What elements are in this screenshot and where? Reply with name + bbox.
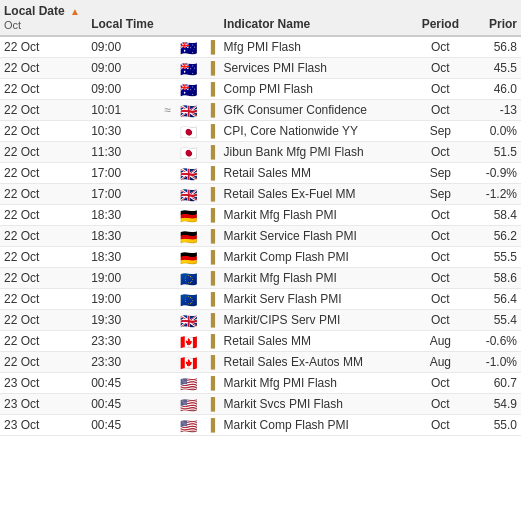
table-row[interactable]: 22 Oct18:30🇩🇪▐Markit Comp Flash PMIOct55… <box>0 247 521 268</box>
table-row[interactable]: 22 Oct23:30🇨🇦▐Retail Sales MMAug-0.6% <box>0 331 521 352</box>
chart-col-header <box>202 0 219 36</box>
table-row[interactable]: 23 Oct00:45🇺🇸▐Markit Mfg PMI FlashOct60.… <box>0 373 521 394</box>
cell-date: 22 Oct <box>0 247 87 268</box>
table-row[interactable]: 22 Oct17:00🇬🇧▐Retail Sales MMSep-0.9% <box>0 163 521 184</box>
cell-flag: 🇩🇪 <box>175 226 202 247</box>
cell-chart-icon[interactable]: ▐ <box>202 142 219 163</box>
cell-chart-icon[interactable]: ▐ <box>202 373 219 394</box>
cell-prior-value: 56.8 <box>464 36 521 58</box>
table-row[interactable]: 22 Oct17:00🇬🇧▐Retail Sales Ex-Fuel MMSep… <box>0 184 521 205</box>
cell-period: Aug <box>417 352 464 373</box>
table-row[interactable]: 22 Oct18:30🇩🇪▐Markit Service Flash PMIOc… <box>0 226 521 247</box>
cell-flag: 🇬🇧 <box>175 100 202 121</box>
cell-prior-value: -13 <box>464 100 521 121</box>
cell-approx <box>160 79 175 100</box>
table-row[interactable]: 22 Oct19:00🇪🇺▐Markit Mfg Flash PMIOct58.… <box>0 268 521 289</box>
cell-time: 18:30 <box>87 205 160 226</box>
cell-time: 00:45 <box>87 373 160 394</box>
country-flag-icon: 🇪🇺 <box>180 294 198 306</box>
cell-approx <box>160 331 175 352</box>
table-row[interactable]: 23 Oct00:45🇺🇸▐Markit Comp Flash PMIOct55… <box>0 415 521 436</box>
cell-date: 22 Oct <box>0 205 87 226</box>
cell-chart-icon[interactable]: ▐ <box>202 289 219 310</box>
table-row[interactable]: 22 Oct10:30🇯🇵▐CPI, Core Nationwide YYSep… <box>0 121 521 142</box>
cell-chart-icon[interactable]: ▐ <box>202 247 219 268</box>
cell-prior-value: 58.6 <box>464 268 521 289</box>
cell-indicator-name: Services PMI Flash <box>220 58 417 79</box>
cell-chart-icon[interactable]: ▐ <box>202 352 219 373</box>
cell-prior-value: -0.6% <box>464 331 521 352</box>
table-row[interactable]: 23 Oct00:45🇺🇸▐Markit Svcs PMI FlashOct54… <box>0 394 521 415</box>
cell-chart-icon[interactable]: ▐ <box>202 184 219 205</box>
cell-prior-value: 56.4 <box>464 289 521 310</box>
cell-chart-icon[interactable]: ▐ <box>202 205 219 226</box>
cell-period: Sep <box>417 163 464 184</box>
cell-date: 22 Oct <box>0 310 87 331</box>
local-date-header[interactable]: Local Date ▲ Oct <box>0 0 87 36</box>
cell-prior-value: 56.2 <box>464 226 521 247</box>
country-flag-icon: 🇯🇵 <box>180 126 198 138</box>
cell-period: Oct <box>417 373 464 394</box>
cell-prior-value: 60.7 <box>464 373 521 394</box>
cell-chart-icon[interactable]: ▐ <box>202 100 219 121</box>
cell-prior-value: -1.2% <box>464 184 521 205</box>
cell-date: 22 Oct <box>0 289 87 310</box>
cell-chart-icon[interactable]: ▐ <box>202 394 219 415</box>
cell-prior-value: 51.5 <box>464 142 521 163</box>
cell-date: 22 Oct <box>0 268 87 289</box>
local-date-text: Local Date <box>4 4 65 18</box>
cell-chart-icon[interactable]: ▐ <box>202 163 219 184</box>
table-row[interactable]: 22 Oct10:01≈🇬🇧▐GfK Consumer ConfidenceOc… <box>0 100 521 121</box>
cell-chart-icon[interactable]: ▐ <box>202 310 219 331</box>
table-row[interactable]: 22 Oct09:00🇦🇺▐Services PMI FlashOct45.5 <box>0 58 521 79</box>
cell-chart-icon[interactable]: ▐ <box>202 331 219 352</box>
country-flag-icon: 🇪🇺 <box>180 273 198 285</box>
table-row[interactable]: 22 Oct19:30🇬🇧▐Markit/CIPS Serv PMIOct55.… <box>0 310 521 331</box>
cell-prior-value: 0.0% <box>464 121 521 142</box>
country-flag-icon: 🇬🇧 <box>180 105 198 117</box>
table-row[interactable]: 22 Oct09:00🇦🇺▐Comp PMI FlashOct46.0 <box>0 79 521 100</box>
cell-date: 22 Oct <box>0 58 87 79</box>
bar-chart-icon: ▐ <box>207 292 216 306</box>
cell-indicator-name: Markit/CIPS Serv PMI <box>220 310 417 331</box>
cell-flag: 🇬🇧 <box>175 310 202 331</box>
cell-chart-icon[interactable]: ▐ <box>202 36 219 58</box>
cell-time: 11:30 <box>87 142 160 163</box>
country-flag-icon: 🇬🇧 <box>180 315 198 327</box>
cell-chart-icon[interactable]: ▐ <box>202 79 219 100</box>
cell-chart-icon[interactable]: ▐ <box>202 415 219 436</box>
bar-chart-icon: ▐ <box>207 82 216 96</box>
cell-prior-value: -0.9% <box>464 163 521 184</box>
cell-date: 23 Oct <box>0 415 87 436</box>
cell-indicator-name: Markit Mfg Flash PMI <box>220 268 417 289</box>
table-row[interactable]: 22 Oct09:00🇦🇺▐Mfg PMI FlashOct56.8 <box>0 36 521 58</box>
cell-date: 22 Oct <box>0 142 87 163</box>
cell-approx <box>160 268 175 289</box>
cell-time: 19:00 <box>87 289 160 310</box>
table-row[interactable]: 22 Oct11:30🇯🇵▐Jibun Bank Mfg PMI FlashOc… <box>0 142 521 163</box>
cell-chart-icon[interactable]: ▐ <box>202 121 219 142</box>
prior-header: Prior <box>464 0 521 36</box>
cell-chart-icon[interactable]: ▐ <box>202 226 219 247</box>
cell-flag: 🇦🇺 <box>175 79 202 100</box>
bar-chart-icon: ▐ <box>207 250 216 264</box>
cell-indicator-name: Markit Mfg Flash PMI <box>220 205 417 226</box>
cell-time: 19:00 <box>87 268 160 289</box>
cell-date: 22 Oct <box>0 163 87 184</box>
cell-chart-icon[interactable]: ▐ <box>202 268 219 289</box>
table-row[interactable]: 22 Oct19:00🇪🇺▐Markit Serv Flash PMIOct56… <box>0 289 521 310</box>
cell-chart-icon[interactable]: ▐ <box>202 58 219 79</box>
bar-chart-icon: ▐ <box>207 61 216 75</box>
cell-flag: 🇯🇵 <box>175 142 202 163</box>
cell-period: Oct <box>417 58 464 79</box>
cell-period: Oct <box>417 268 464 289</box>
cell-indicator-name: Retail Sales Ex-Autos MM <box>220 352 417 373</box>
local-date-subheader: Oct <box>4 19 83 31</box>
cell-approx <box>160 247 175 268</box>
table-row[interactable]: 22 Oct23:30🇨🇦▐Retail Sales Ex-Autos MMAu… <box>0 352 521 373</box>
table-row[interactable]: 22 Oct18:30🇩🇪▐Markit Mfg Flash PMIOct58.… <box>0 205 521 226</box>
cell-period: Oct <box>417 394 464 415</box>
cell-period: Oct <box>417 289 464 310</box>
cell-approx <box>160 394 175 415</box>
cell-flag: 🇬🇧 <box>175 163 202 184</box>
